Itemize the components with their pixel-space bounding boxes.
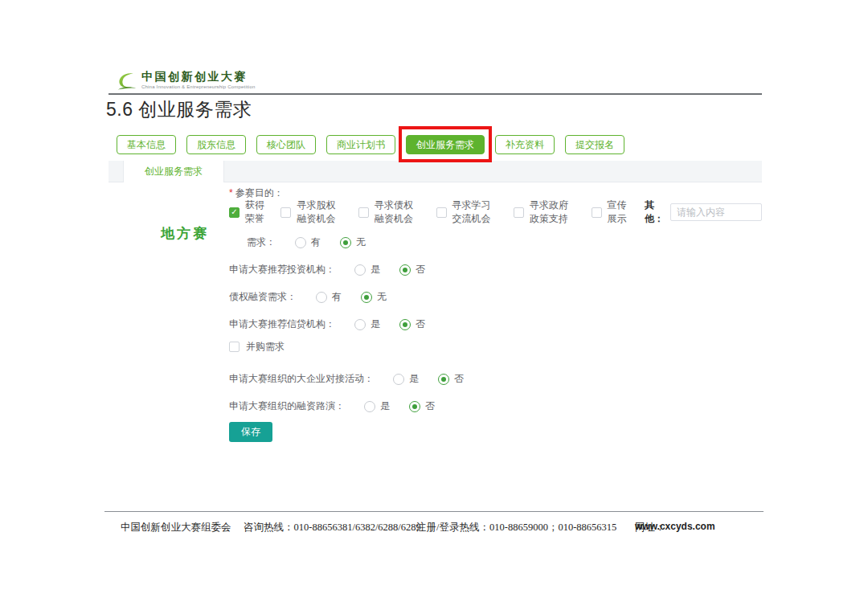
main-tab-5[interactable]: 创业服务需求 [406, 135, 485, 154]
radio-selected-icon[interactable] [399, 264, 411, 276]
row-label: 债权融资需求： [229, 290, 297, 304]
purpose-option[interactable]: 寻求政府政策支持 [514, 199, 576, 226]
radio-selected-icon[interactable] [399, 319, 411, 330]
form-row: 并购需求 [229, 341, 762, 353]
panel-body: 地方赛 *参赛目的： 获得荣誉寻求股权融资机会寻求债权融资机会寻求学习交流机会寻… [108, 182, 762, 452]
form-row: 申请大赛组织的融资路演：是否 [229, 400, 762, 412]
purpose-option[interactable]: 获得荣誉 [229, 199, 265, 226]
radio-selected-icon[interactable] [361, 292, 372, 303]
radio-option[interactable]: 是 [364, 399, 390, 413]
logo-text: 中国创新创业大赛 China Innovation & Entrepreneur… [141, 71, 255, 89]
purpose-label: 参赛目的： [235, 187, 284, 199]
checkbox-icon[interactable] [358, 207, 369, 218]
checkbox-checked-icon[interactable] [229, 207, 240, 218]
radio-option[interactable]: 无 [340, 235, 366, 249]
radio-option[interactable]: 有 [295, 235, 321, 249]
form-row: 申请大赛推荐信贷机构：是否 [229, 318, 762, 330]
radio-icon[interactable] [393, 374, 404, 385]
purpose-option[interactable]: 宣传展示 [592, 199, 628, 226]
logo-swoosh-icon [117, 71, 137, 92]
logo-subtitle: China Innovation & Entrepreneurship Comp… [141, 84, 255, 89]
radio-icon[interactable] [354, 319, 366, 330]
content-panel: 创业服务需求 地方赛 *参赛目的： 获得荣誉寻求股权融资机会寻求债权融资机会寻求… [108, 161, 762, 452]
checkbox-label: 获得荣誉 [245, 199, 265, 226]
save-button[interactable]: 保存 [229, 422, 272, 442]
main-tab-1[interactable]: 基本信息 [117, 135, 176, 154]
checkbox-icon[interactable] [436, 207, 447, 218]
radio-option[interactable]: 是 [354, 263, 380, 276]
radio-label: 是 [371, 263, 380, 276]
row-label: 申请大赛推荐信贷机构： [229, 317, 335, 331]
footer-consult-hotline: 咨询热线：010-88656381/6382/6288/6289 [244, 521, 421, 534]
radio-option[interactable]: 是 [354, 317, 380, 331]
checkbox-icon[interactable] [592, 207, 602, 218]
logo-title: 中国创新创业大赛 [141, 71, 255, 83]
purpose-option[interactable]: 寻求债权融资机会 [358, 199, 421, 226]
radio-option[interactable]: 无 [361, 290, 387, 304]
radio-label: 是 [371, 317, 380, 331]
other-label: 其他： [645, 199, 665, 226]
main-tab-3[interactable]: 核心团队 [256, 135, 316, 154]
subtab-service-needs[interactable]: 创业服务需求 [123, 161, 224, 182]
radio-label: 无 [377, 290, 387, 304]
purpose-option[interactable]: 寻求学习交流机会 [436, 199, 499, 226]
checkbox-label: 并购需求 [246, 340, 285, 354]
header-divider [108, 93, 762, 95]
footer-divider [104, 511, 764, 512]
required-mark: * [229, 187, 233, 199]
main-tabs: 基本信息股东信息核心团队商业计划书创业服务需求补充资料提交报名 [117, 135, 624, 154]
footer-website-url: www.cxcyds.com [635, 521, 715, 532]
row-label: 申请大赛推荐投资机构： [229, 263, 335, 276]
purpose-option[interactable]: 寻求股权融资机会 [280, 199, 343, 226]
form-row: 需求：有无 [229, 236, 762, 248]
radio-option[interactable]: 否 [399, 317, 425, 331]
form-rows: 需求：有无申请大赛推荐投资机构：是否债权融资需求：有无申请大赛推荐信贷机构：是否… [229, 236, 762, 412]
checkbox-label: 寻求学习交流机会 [452, 199, 499, 226]
page: 中国创新创业大赛 China Innovation & Entrepreneur… [0, 0, 868, 614]
checkbox-icon[interactable] [514, 207, 524, 218]
radio-label: 否 [454, 372, 464, 386]
radio-option[interactable]: 是 [393, 372, 419, 386]
purpose-options-row: 获得荣誉寻求股权融资机会寻求债权融资机会寻求学习交流机会寻求政府政策支持宣传展示… [229, 203, 762, 221]
radio-option[interactable]: 否 [399, 263, 425, 276]
radio-label: 是 [380, 399, 390, 413]
watermark-regional-contest: 地方赛 [161, 224, 209, 243]
radio-selected-icon[interactable] [340, 237, 351, 248]
radio-option[interactable]: 有 [316, 290, 342, 304]
radio-icon[interactable] [295, 237, 306, 248]
main-tab-4[interactable]: 商业计划书 [326, 135, 395, 154]
main-tab-6[interactable]: 补充资料 [495, 135, 555, 154]
radio-icon[interactable] [354, 264, 366, 276]
row-label: 申请大赛组织的大企业对接活动： [229, 372, 374, 386]
checkbox-icon[interactable] [280, 207, 291, 218]
radio-label: 有 [311, 235, 321, 249]
checkbox-label: 寻求债权融资机会 [375, 199, 421, 226]
main-tab-2[interactable]: 股东信息 [186, 135, 246, 154]
radio-icon[interactable] [364, 401, 375, 412]
radio-label: 无 [356, 235, 366, 249]
checkbox-label: 宣传展示 [608, 199, 628, 226]
purpose-checkboxes: 获得荣誉寻求股权融资机会寻求债权融资机会寻求学习交流机会寻求政府政策支持宣传展示 [229, 199, 643, 226]
radio-label: 有 [332, 290, 342, 304]
form-row: 申请大赛推荐投资机构：是否 [229, 264, 762, 276]
radio-option[interactable]: 否 [438, 372, 464, 386]
checkbox-label: 寻求股权融资机会 [297, 199, 343, 226]
radio-option[interactable]: 否 [409, 399, 435, 413]
radio-selected-icon[interactable] [438, 374, 449, 385]
checkbox-icon[interactable] [229, 342, 240, 352]
footer-committee: 中国创新创业大赛组委会 [121, 521, 231, 534]
main-tab-7[interactable]: 提交报名 [565, 135, 624, 154]
radio-label: 是 [409, 372, 419, 386]
radio-icon[interactable] [316, 292, 327, 303]
footer-register-hotline: 注册/登录热线：010-88659000；010-88656315 [416, 521, 616, 534]
form-row: 债权融资需求：有无 [229, 291, 762, 303]
purpose-field-label: *参赛目的： [229, 187, 762, 199]
other-input[interactable] [670, 203, 762, 221]
section-heading: 5.6 创业服务需求 [106, 97, 252, 122]
radio-label: 否 [425, 399, 435, 413]
row-label: 需求： [247, 235, 276, 249]
form-row: 申请大赛组织的大企业对接活动：是否 [229, 373, 762, 385]
row-label: 申请大赛组织的融资路演： [229, 399, 345, 413]
subtab-bar: 创业服务需求 [108, 161, 762, 182]
radio-selected-icon[interactable] [409, 401, 420, 412]
